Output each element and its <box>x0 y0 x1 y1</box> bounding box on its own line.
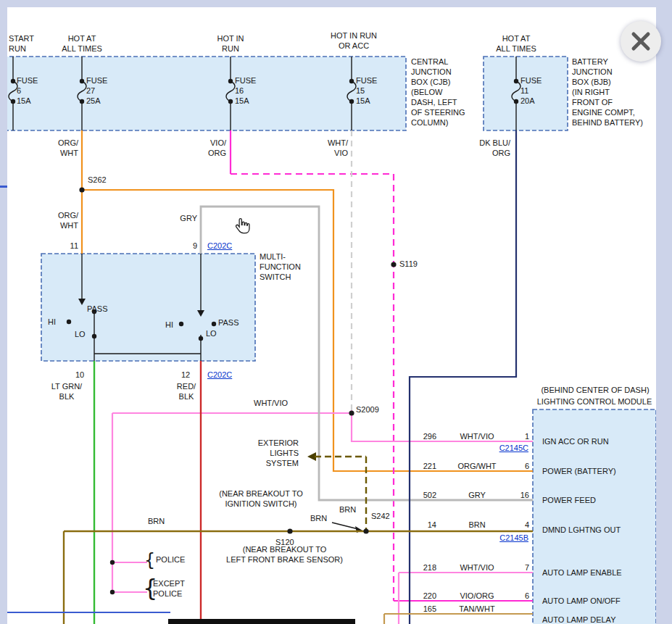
near-brake-note: (NEAR BREAKOUT TO LEFT FRONT BRAKE SENSO… <box>207 544 362 565</box>
connector-link-c2145b[interactable]: C2145B <box>494 533 528 543</box>
lcm-pin-name: AUTO LAMP ON/OFF <box>542 596 651 606</box>
circuit-number: 218 <box>415 562 436 573</box>
switch-pos-label: HI <box>165 320 180 330</box>
feed-label: HOT IN RUN <box>209 33 252 54</box>
exterior-lights-note: EXTERIOR LIGHTS SYSTEM <box>239 438 299 468</box>
splice-label: S262 <box>88 175 117 185</box>
wire-label: ORG/ WHT <box>45 210 78 230</box>
bjb-note: BATTERY JUNCTION BOX (BJB) (IN RIGHT FRO… <box>572 57 656 128</box>
lcm-pin-name: DMND LGHTNG OUT <box>542 525 651 535</box>
fuse-label: FUSE 11 20A <box>520 75 551 106</box>
pin-number: 4 <box>516 520 529 530</box>
lcm-pin-name: AUTO LAMP ENABLE <box>542 567 651 578</box>
circuit-color: TAN/WHT <box>441 604 513 614</box>
fuse-label: FUSE 16 15A <box>235 75 265 106</box>
near-ignition-note: (NEAR BREAKOUT TO IGNITION SWITCH) <box>207 488 315 509</box>
wire-label: DK BLU/ ORG <box>465 138 510 158</box>
lcm-pin-name: POWER (BATTERY) <box>542 466 651 476</box>
pin-number: 16 <box>516 490 529 500</box>
frame-top <box>0 0 672 7</box>
switch-pos-label: PASS <box>87 304 116 314</box>
wire-dk-blu-org <box>410 130 516 624</box>
mfs-title: MULTI- FUNCTION SWITCH <box>260 251 318 282</box>
pin-label: 10 <box>75 370 90 380</box>
wire-label: WHT/VIO <box>254 398 291 408</box>
variant-label: POLICE <box>156 554 192 565</box>
switch-pos-label: HI <box>48 317 62 327</box>
circuit-number: 220 <box>415 591 436 601</box>
circuit-number: 221 <box>415 461 436 471</box>
splice-label: S2009 <box>356 404 388 415</box>
wire-tan-wht <box>384 614 533 624</box>
feed-label: START RUN <box>9 33 45 54</box>
wire-label: VIO/ ORG <box>194 138 226 158</box>
fuse-label: FUSE 15 15A <box>356 75 386 106</box>
circuit-color: WHT/VIO <box>441 562 513 573</box>
pin-label: 9 <box>187 241 197 251</box>
clipped-bottom-element <box>168 619 355 624</box>
pin-label: 11 <box>65 241 78 251</box>
close-icon <box>621 21 661 62</box>
brace-glyph: { <box>144 552 155 569</box>
switch-pos-label: PASS <box>218 317 247 328</box>
cjb-note: CENTRAL JUNCTION BOX (CJB) (BELOW DASH, … <box>411 57 481 128</box>
pin-label: 12 <box>181 370 196 380</box>
switch-pos-label: LO <box>75 329 91 339</box>
wire-label: LT GRN/ BLK <box>46 381 87 402</box>
wire-label: WHT/ VIO <box>313 138 348 158</box>
wire-label: RED/ BLK <box>173 381 200 402</box>
wire-label: BRN <box>339 504 361 515</box>
circuit-color: WHT/VIO <box>441 431 513 441</box>
wiring-diagram-viewer: START RUN HOT AT ALL TIMES HOT IN RUN HO… <box>0 0 672 624</box>
clipped-wire-fragment <box>0 186 7 188</box>
splice-label: S242 <box>371 511 400 521</box>
wire-vio-org-solid <box>231 130 533 601</box>
lcm-location: (BEHIND CENTER OF DASH) <box>534 385 656 395</box>
feed-label: HOT AT ALL TIMES <box>53 33 111 54</box>
fuse-label: FUSE 6 15A <box>17 75 47 106</box>
scroll-area-right <box>656 0 672 624</box>
lcm-title: LIGHTING CONTROL MODULE <box>528 396 656 407</box>
circuit-number: 296 <box>415 431 436 441</box>
pin-number: 7 <box>516 562 529 573</box>
central-junction-box <box>7 57 406 130</box>
circuit-number: 14 <box>415 520 436 530</box>
circuit-color: ORG/WHT <box>441 461 513 471</box>
connector-link-c202c-bottom[interactable]: C202C <box>207 370 239 380</box>
lcm-pin-name: IGN ACC OR RUN <box>542 436 651 446</box>
wire-vio-org-dashed <box>231 174 394 601</box>
variant-label: EXCEPT POLICE <box>153 578 192 599</box>
circuit-number: 502 <box>415 490 436 500</box>
wire-label: GRY <box>174 213 197 223</box>
pin-number: 1 <box>516 431 529 441</box>
pin-number: 6 <box>516 591 529 601</box>
close-button[interactable] <box>621 21 661 62</box>
feed-label: HOT IN RUN OR ACC <box>318 30 390 51</box>
splice-label: S119 <box>399 259 428 269</box>
circuit-color: VIO/ORG <box>441 591 513 601</box>
connector-link-c202c-top[interactable]: C202C <box>207 241 239 251</box>
circuit-number: 165 <box>415 604 436 614</box>
circuit-color: BRN <box>441 520 513 530</box>
wire-label: ORG/ WHT <box>45 138 78 158</box>
pin-number: 6 <box>516 461 529 471</box>
diagram-canvas: START RUN HOT AT ALL TIMES HOT IN RUN HO… <box>7 7 656 624</box>
multi-function-switch-box <box>41 254 255 361</box>
circuit-color: GRY <box>441 490 513 500</box>
fuse-label: FUSE 27 25A <box>86 75 117 106</box>
feed-label: HOT AT ALL TIMES <box>487 33 545 54</box>
connector-link-c2145c[interactable]: C2145C <box>494 443 528 453</box>
wire-label: BRN <box>310 513 332 523</box>
frame-left <box>0 0 7 624</box>
switch-pos-label: LO <box>206 328 222 338</box>
wire-label: BRN <box>148 516 170 526</box>
lcm-pin-name: AUTO LAMP DELAY <box>542 615 651 624</box>
lcm-pin-name: POWER FEED <box>542 495 651 505</box>
